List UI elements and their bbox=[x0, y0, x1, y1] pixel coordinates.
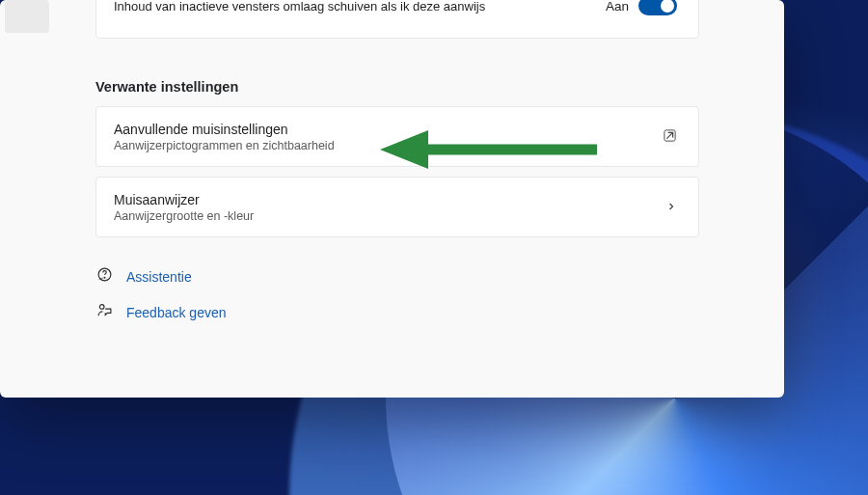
feedback-icon bbox=[96, 302, 113, 322]
settings-content: Inhoud van inactieve vensters omlaag sch… bbox=[33, 0, 762, 330]
scroll-inactive-label: Inhoud van inactieve vensters omlaag sch… bbox=[114, 0, 485, 14]
svg-point-3 bbox=[99, 305, 104, 310]
card-title: Aanvullende muisinstellingen bbox=[114, 122, 335, 137]
link-feedback[interactable]: Feedback geven bbox=[96, 294, 762, 330]
open-external-icon bbox=[663, 128, 677, 147]
card-title: Muisaanwijzer bbox=[114, 192, 254, 207]
toggle-state-label: Aan bbox=[606, 0, 629, 14]
card-texts: Muisaanwijzer Aanwijzergrootte en -kleur bbox=[114, 192, 254, 223]
link-label: Feedback geven bbox=[126, 305, 227, 320]
svg-point-2 bbox=[104, 277, 105, 278]
card-subtitle: Aanwijzergrootte en -kleur bbox=[114, 209, 254, 223]
card-texts: Aanvullende muisinstellingen Aanwijzerpi… bbox=[114, 122, 335, 152]
help-links-section: Assistentie Feedback geven bbox=[96, 259, 762, 330]
section-heading-related: Verwante instellingen bbox=[95, 79, 762, 95]
card-additional-mouse-settings[interactable]: Aanvullende muisinstellingen Aanwijzerpi… bbox=[95, 106, 699, 167]
sidebar-stub bbox=[5, 0, 49, 33]
link-label: Assistentie bbox=[126, 269, 192, 285]
toggle-wrap: Aan bbox=[606, 0, 677, 15]
card-subtitle: Aanwijzerpictogrammen en zichtbaarheid bbox=[114, 139, 335, 152]
card-mouse-pointer[interactable]: Muisaanwijzer Aanwijzergrootte en -kleur bbox=[95, 177, 699, 237]
toggle-switch[interactable] bbox=[638, 0, 677, 15]
help-icon bbox=[96, 266, 113, 287]
settings-window: Inhoud van inactieve vensters omlaag sch… bbox=[0, 0, 784, 398]
link-assistance[interactable]: Assistentie bbox=[96, 259, 762, 294]
setting-row-scroll-inactive[interactable]: Inhoud van inactieve vensters omlaag sch… bbox=[95, 0, 699, 39]
chevron-right-icon bbox=[665, 199, 677, 216]
